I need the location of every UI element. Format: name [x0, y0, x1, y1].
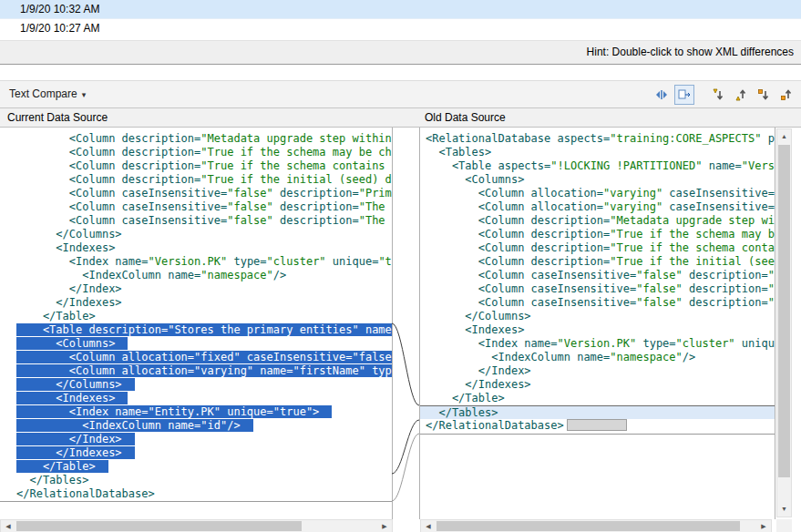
left-horizontal-scrollbar-thumb[interactable]	[16, 521, 302, 531]
code-line: <Column caseInsensitive="false" descript…	[420, 282, 775, 296]
scrollbar-corner	[776, 519, 792, 532]
left-horizontal-scrollbar[interactable]: ◀ ▶	[0, 519, 393, 532]
right-horizontal-scrollbar[interactable]: ◀ ▶	[420, 519, 772, 532]
code-line: <Columns>	[420, 173, 775, 187]
right-code-pane[interactable]: <RelationalDatabase aspects="training:CO…	[419, 128, 775, 519]
diff-separator	[420, 434, 775, 435]
compare-editor-window: 1/9/20 10:32 AM1/9/20 10:27 AM Hint: Dou…	[0, 0, 801, 532]
code-line: </RelationalDatabase>	[0, 487, 392, 501]
compare-toolbar: Text Compare▾	[0, 80, 801, 108]
code-line: <Index name="Version.PK" type="cluster" …	[0, 255, 392, 269]
vertical-scrollbar[interactable]: ▲ ▼	[776, 128, 792, 517]
code-line: <Indexes>	[420, 323, 775, 337]
code-line: <IndexColumn name="namespace"/>	[0, 269, 392, 282]
left-code: <Column description="Metadata upgrade st…	[0, 132, 392, 501]
diff-connectors	[392, 128, 419, 532]
code-line: <Column description="True if the schema …	[0, 146, 392, 159]
code-line: <Indexes>	[0, 241, 392, 255]
code-line: <Column description="True if the schema …	[0, 159, 392, 173]
code-line: <Column description="True if the initial…	[420, 255, 775, 269]
code-line: </Columns>	[0, 228, 392, 241]
code-line: <Column caseInsensitive="false" descript…	[0, 214, 392, 228]
code-line: <Column allocation="varying" caseInsensi…	[420, 200, 775, 214]
code-line: <Indexes>	[0, 392, 392, 405]
scroll-up-arrow[interactable]: ▲	[777, 129, 791, 144]
right-code: <RelationalDatabase aspects="training:CO…	[420, 132, 775, 433]
code-line: </Index>	[0, 433, 392, 446]
two-way-compare-icon	[654, 87, 669, 102]
diff-separator	[0, 501, 392, 502]
code-line: <Column allocation="varying" caseInsensi…	[420, 187, 775, 200]
right-pane-title: Old Data Source	[425, 108, 506, 127]
code-line: <Column description="Metadata upgrade st…	[420, 214, 775, 228]
code-line: </Columns>	[420, 310, 775, 323]
chevron-down-icon: ▾	[82, 90, 87, 99]
code-line: <Column description="Metadata upgrade st…	[0, 132, 392, 146]
compare-toolbar-icons	[652, 84, 796, 106]
code-line: <Column caseInsensitive="false" descript…	[420, 269, 775, 282]
scroll-right-arrow[interactable]: ▶	[377, 520, 392, 532]
left-code-pane[interactable]: <Column description="Metadata upgrade st…	[0, 128, 393, 519]
previous-difference-button[interactable]	[730, 85, 750, 105]
code-line: </Index>	[420, 364, 775, 378]
code-line: </Table>	[0, 460, 392, 474]
code-line: <RelationalDatabase aspects="training:CO…	[420, 132, 775, 146]
code-line: <Column allocation="varying" name="first…	[0, 364, 392, 378]
next-difference-button[interactable]	[707, 85, 727, 105]
left-pane-title: Current Data Source	[7, 108, 108, 127]
code-line: <Columns>	[0, 337, 392, 351]
hint-text: Hint: Double-click to show XML differenc…	[587, 46, 794, 58]
copy-all-left-to-right-button[interactable]	[674, 85, 694, 105]
hint-bar: Hint: Double-click to show XML differenc…	[0, 40, 801, 65]
code-line: <Column caseInsensitive="false" descript…	[0, 200, 392, 214]
code-line: </Columns>	[0, 378, 392, 392]
code-line: <Table aspects="!LOCKING !PARTITIONED" n…	[420, 159, 775, 173]
code-line: <Index name="Version.PK" type="cluster" …	[420, 337, 775, 351]
toolbar-separator	[697, 95, 704, 96]
cursor-box	[567, 419, 627, 431]
code-line: </Index>	[0, 282, 392, 296]
code-line: <Tables>	[420, 146, 775, 159]
previous-difference-icon	[733, 87, 747, 102]
scroll-left-arrow[interactable]: ◀	[1, 520, 15, 532]
right-horizontal-scrollbar-thumb[interactable]	[436, 521, 740, 531]
code-line: <Column caseInsensitive="false" descript…	[0, 187, 392, 200]
code-line: </Tables>	[420, 405, 775, 419]
previous-change-button[interactable]	[775, 85, 796, 105]
code-line: </Table>	[420, 392, 775, 405]
scroll-down-arrow[interactable]: ▼	[777, 502, 791, 517]
history-row[interactable]: 1/9/20 10:32 AM	[0, 0, 801, 19]
code-line: <Column caseInsensitive="false" descript…	[420, 296, 775, 310]
next-difference-icon	[710, 87, 724, 102]
pane-header-band: Current Data Source Old Data Source	[0, 108, 801, 128]
previous-change-icon	[778, 87, 793, 102]
scroll-right-arrow[interactable]: ▶	[756, 520, 771, 532]
code-line: <IndexColumn name="id"/>	[0, 419, 392, 433]
code-line: <Column allocation="fixed" caseInsensiti…	[0, 351, 392, 364]
vertical-scrollbar-thumb[interactable]	[778, 145, 790, 477]
code-line: <IndexColumn name="namespace"/>	[420, 351, 775, 364]
history-row[interactable]: 1/9/20 10:27 AM	[0, 19, 801, 38]
copy-all-left-to-right-icon	[677, 87, 692, 102]
next-change-icon	[755, 87, 770, 102]
code-line: <Column description="True if the schema …	[420, 228, 775, 241]
code-line: <Column description="True if the initial…	[0, 173, 392, 187]
scroll-left-arrow[interactable]: ◀	[421, 520, 436, 532]
code-line: </RelationalDatabase>	[420, 419, 775, 433]
next-change-button[interactable]	[753, 85, 773, 105]
code-line: <Table description="Stores the primary e…	[0, 323, 392, 337]
code-line: </Indexes>	[0, 446, 392, 460]
compare-mode-label: Text Compare	[9, 87, 77, 100]
code-line: </Table>	[0, 310, 392, 323]
code-line: <Index name="Entity.PK" unique="true">	[0, 405, 392, 419]
compare-area: Current Data Source Old Data Source <Col…	[0, 108, 801, 532]
history-list: 1/9/20 10:32 AM1/9/20 10:27 AM	[0, 0, 801, 40]
two-way-compare-button[interactable]	[652, 85, 672, 105]
code-line: <Column description="True if the schema …	[420, 241, 775, 255]
code-line: </Tables>	[0, 474, 392, 487]
code-line: </Indexes>	[0, 296, 392, 310]
code-line: </Indexes>	[420, 378, 775, 392]
compare-mode-dropdown[interactable]: Text Compare▾	[9, 81, 86, 107]
